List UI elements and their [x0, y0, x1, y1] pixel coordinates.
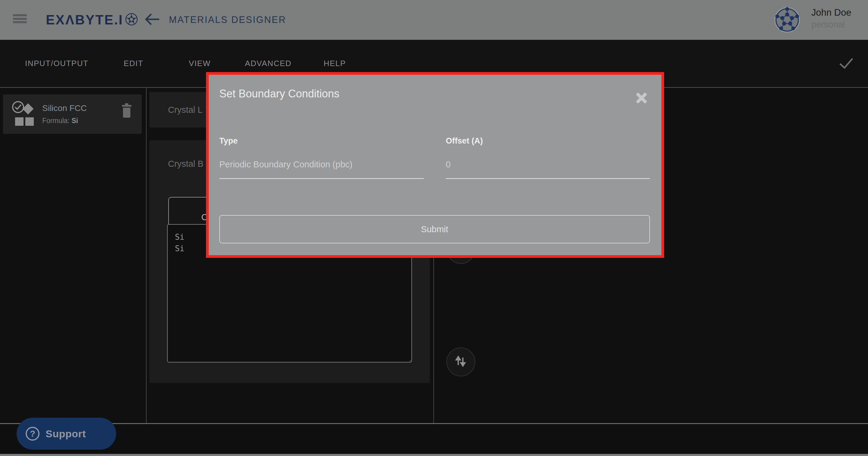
set-boundary-conditions-dialog: Set Boundary Conditions Type Periodic Bo…: [206, 72, 664, 258]
app-header: EXΛBYTE.I MATERIALS DESIGNER: [0, 0, 868, 40]
delete-material-trash-icon[interactable]: [121, 103, 133, 120]
support-label: Support: [45, 428, 86, 440]
menu-input-output[interactable]: INPUT/OUTPUT: [25, 40, 88, 87]
user-name: John Doe: [811, 8, 851, 17]
type-field-underline: [219, 178, 424, 179]
footer-area: [0, 424, 868, 454]
crystal-basis-header: Crystal B: [168, 159, 204, 169]
logo-ball-icon: [125, 13, 138, 27]
menu-hamburger-icon[interactable]: [13, 14, 27, 23]
back-arrow-icon[interactable]: [144, 13, 160, 27]
offset-field-input[interactable]: 0: [446, 159, 451, 170]
type-field-select[interactable]: Periodic Boundary Condition (pbc): [219, 159, 352, 170]
swap-axes-button[interactable]: [446, 347, 475, 376]
help-question-icon: ?: [26, 427, 39, 440]
material-formula: Formula: Si: [42, 117, 78, 125]
horizontal-scrollbar[interactable]: [0, 454, 868, 456]
user-block[interactable]: John Doe personal: [811, 8, 851, 29]
type-field-label: Type: [219, 136, 238, 146]
logo-text: EXΛBYTE.I: [46, 12, 123, 27]
user-avatar[interactable]: [774, 7, 801, 34]
close-icon[interactable]: [634, 91, 649, 105]
page-title: MATERIALS DESIGNER: [169, 0, 286, 40]
swap-vertical-icon: [454, 354, 468, 369]
material-set-icon: [11, 100, 35, 129]
exabyte-logo[interactable]: EXΛBYTE.I: [46, 0, 138, 40]
material-list-item[interactable]: Silicon FCC Formula: Si: [3, 94, 142, 134]
menu-edit[interactable]: EDIT: [124, 40, 143, 87]
support-button[interactable]: ? Support: [17, 418, 116, 450]
save-check-icon[interactable]: [838, 57, 854, 72]
user-workspace: personal: [811, 20, 851, 29]
crystal-lattice-header: Crystal L: [168, 105, 203, 115]
offset-field-underline: [446, 178, 650, 179]
sidebar-divider: [146, 88, 147, 423]
offset-field-label: Offset (A): [446, 136, 483, 146]
dialog-title: Set Boundary Conditions: [219, 88, 339, 100]
submit-button[interactable]: Submit: [219, 215, 650, 243]
material-name: Silicon FCC: [42, 103, 87, 113]
materials-designer-screen: EXΛBYTE.I MATERIALS DESIGNER: [0, 0, 868, 456]
